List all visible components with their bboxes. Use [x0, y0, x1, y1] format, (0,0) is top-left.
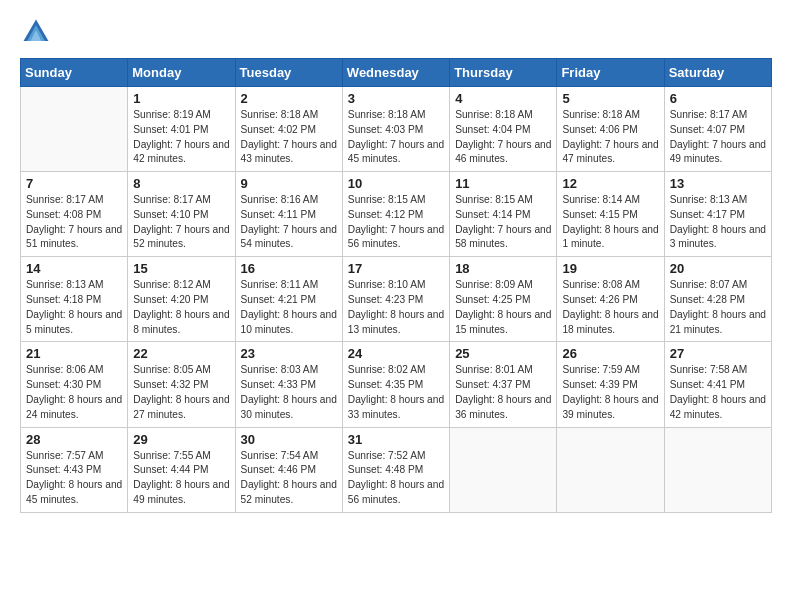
calendar-cell: 22Sunrise: 8:05 AMSunset: 4:32 PMDayligh…: [128, 342, 235, 427]
day-info: Sunrise: 7:57 AMSunset: 4:43 PMDaylight:…: [26, 449, 122, 508]
weekday-header: Thursday: [450, 59, 557, 87]
day-info: Sunrise: 8:19 AMSunset: 4:01 PMDaylight:…: [133, 108, 229, 167]
day-info: Sunrise: 8:12 AMSunset: 4:20 PMDaylight:…: [133, 278, 229, 337]
page: SundayMondayTuesdayWednesdayThursdayFrid…: [0, 0, 792, 612]
day-number: 12: [562, 176, 658, 191]
day-number: 5: [562, 91, 658, 106]
calendar-cell: 26Sunrise: 7:59 AMSunset: 4:39 PMDayligh…: [557, 342, 664, 427]
day-info: Sunrise: 8:16 AMSunset: 4:11 PMDaylight:…: [241, 193, 337, 252]
weekday-header: Sunday: [21, 59, 128, 87]
day-info: Sunrise: 8:09 AMSunset: 4:25 PMDaylight:…: [455, 278, 551, 337]
calendar-cell: [664, 427, 771, 512]
calendar-cell: [557, 427, 664, 512]
day-number: 2: [241, 91, 337, 106]
calendar-cell: 14Sunrise: 8:13 AMSunset: 4:18 PMDayligh…: [21, 257, 128, 342]
calendar-week-row: 1Sunrise: 8:19 AMSunset: 4:01 PMDaylight…: [21, 87, 772, 172]
day-number: 26: [562, 346, 658, 361]
calendar-cell: 24Sunrise: 8:02 AMSunset: 4:35 PMDayligh…: [342, 342, 449, 427]
day-number: 6: [670, 91, 766, 106]
day-number: 8: [133, 176, 229, 191]
calendar-week-row: 21Sunrise: 8:06 AMSunset: 4:30 PMDayligh…: [21, 342, 772, 427]
day-number: 7: [26, 176, 122, 191]
calendar-cell: 13Sunrise: 8:13 AMSunset: 4:17 PMDayligh…: [664, 172, 771, 257]
day-number: 17: [348, 261, 444, 276]
day-info: Sunrise: 7:52 AMSunset: 4:48 PMDaylight:…: [348, 449, 444, 508]
calendar-cell: 15Sunrise: 8:12 AMSunset: 4:20 PMDayligh…: [128, 257, 235, 342]
calendar-cell: 12Sunrise: 8:14 AMSunset: 4:15 PMDayligh…: [557, 172, 664, 257]
day-info: Sunrise: 8:17 AMSunset: 4:08 PMDaylight:…: [26, 193, 122, 252]
day-number: 21: [26, 346, 122, 361]
day-info: Sunrise: 8:03 AMSunset: 4:33 PMDaylight:…: [241, 363, 337, 422]
day-number: 25: [455, 346, 551, 361]
weekday-header: Saturday: [664, 59, 771, 87]
calendar-cell: 6Sunrise: 8:17 AMSunset: 4:07 PMDaylight…: [664, 87, 771, 172]
calendar-week-row: 14Sunrise: 8:13 AMSunset: 4:18 PMDayligh…: [21, 257, 772, 342]
calendar-week-row: 7Sunrise: 8:17 AMSunset: 4:08 PMDaylight…: [21, 172, 772, 257]
day-number: 24: [348, 346, 444, 361]
logo-icon: [20, 16, 52, 48]
calendar-cell: 28Sunrise: 7:57 AMSunset: 4:43 PMDayligh…: [21, 427, 128, 512]
day-number: 11: [455, 176, 551, 191]
calendar-cell: 9Sunrise: 8:16 AMSunset: 4:11 PMDaylight…: [235, 172, 342, 257]
day-number: 28: [26, 432, 122, 447]
calendar-week-row: 28Sunrise: 7:57 AMSunset: 4:43 PMDayligh…: [21, 427, 772, 512]
day-info: Sunrise: 8:13 AMSunset: 4:18 PMDaylight:…: [26, 278, 122, 337]
day-number: 10: [348, 176, 444, 191]
day-number: 16: [241, 261, 337, 276]
day-info: Sunrise: 8:18 AMSunset: 4:06 PMDaylight:…: [562, 108, 658, 167]
day-info: Sunrise: 8:14 AMSunset: 4:15 PMDaylight:…: [562, 193, 658, 252]
calendar-cell: 25Sunrise: 8:01 AMSunset: 4:37 PMDayligh…: [450, 342, 557, 427]
calendar-cell: 4Sunrise: 8:18 AMSunset: 4:04 PMDaylight…: [450, 87, 557, 172]
header: [20, 16, 772, 48]
day-number: 13: [670, 176, 766, 191]
day-number: 22: [133, 346, 229, 361]
calendar-cell: 10Sunrise: 8:15 AMSunset: 4:12 PMDayligh…: [342, 172, 449, 257]
calendar-header-row: SundayMondayTuesdayWednesdayThursdayFrid…: [21, 59, 772, 87]
calendar-cell: 20Sunrise: 8:07 AMSunset: 4:28 PMDayligh…: [664, 257, 771, 342]
day-info: Sunrise: 7:55 AMSunset: 4:44 PMDaylight:…: [133, 449, 229, 508]
day-info: Sunrise: 7:59 AMSunset: 4:39 PMDaylight:…: [562, 363, 658, 422]
day-info: Sunrise: 8:06 AMSunset: 4:30 PMDaylight:…: [26, 363, 122, 422]
day-number: 4: [455, 91, 551, 106]
calendar-cell: 7Sunrise: 8:17 AMSunset: 4:08 PMDaylight…: [21, 172, 128, 257]
day-info: Sunrise: 8:08 AMSunset: 4:26 PMDaylight:…: [562, 278, 658, 337]
day-info: Sunrise: 8:02 AMSunset: 4:35 PMDaylight:…: [348, 363, 444, 422]
calendar-cell: 1Sunrise: 8:19 AMSunset: 4:01 PMDaylight…: [128, 87, 235, 172]
calendar-cell: 31Sunrise: 7:52 AMSunset: 4:48 PMDayligh…: [342, 427, 449, 512]
calendar-table: SundayMondayTuesdayWednesdayThursdayFrid…: [20, 58, 772, 513]
calendar-cell: 21Sunrise: 8:06 AMSunset: 4:30 PMDayligh…: [21, 342, 128, 427]
day-number: 29: [133, 432, 229, 447]
day-info: Sunrise: 8:01 AMSunset: 4:37 PMDaylight:…: [455, 363, 551, 422]
calendar-cell: 19Sunrise: 8:08 AMSunset: 4:26 PMDayligh…: [557, 257, 664, 342]
day-info: Sunrise: 8:13 AMSunset: 4:17 PMDaylight:…: [670, 193, 766, 252]
day-number: 20: [670, 261, 766, 276]
day-info: Sunrise: 8:18 AMSunset: 4:03 PMDaylight:…: [348, 108, 444, 167]
calendar-cell: 18Sunrise: 8:09 AMSunset: 4:25 PMDayligh…: [450, 257, 557, 342]
day-number: 19: [562, 261, 658, 276]
day-number: 30: [241, 432, 337, 447]
day-info: Sunrise: 8:17 AMSunset: 4:07 PMDaylight:…: [670, 108, 766, 167]
calendar-cell: 5Sunrise: 8:18 AMSunset: 4:06 PMDaylight…: [557, 87, 664, 172]
calendar-cell: 3Sunrise: 8:18 AMSunset: 4:03 PMDaylight…: [342, 87, 449, 172]
calendar-cell: 8Sunrise: 8:17 AMSunset: 4:10 PMDaylight…: [128, 172, 235, 257]
weekday-header: Friday: [557, 59, 664, 87]
day-number: 23: [241, 346, 337, 361]
day-number: 31: [348, 432, 444, 447]
calendar-cell: 23Sunrise: 8:03 AMSunset: 4:33 PMDayligh…: [235, 342, 342, 427]
calendar-cell: 27Sunrise: 7:58 AMSunset: 4:41 PMDayligh…: [664, 342, 771, 427]
day-number: 14: [26, 261, 122, 276]
day-info: Sunrise: 7:54 AMSunset: 4:46 PMDaylight:…: [241, 449, 337, 508]
day-info: Sunrise: 8:11 AMSunset: 4:21 PMDaylight:…: [241, 278, 337, 337]
day-number: 15: [133, 261, 229, 276]
weekday-header: Wednesday: [342, 59, 449, 87]
calendar-cell: 29Sunrise: 7:55 AMSunset: 4:44 PMDayligh…: [128, 427, 235, 512]
calendar-cell: 2Sunrise: 8:18 AMSunset: 4:02 PMDaylight…: [235, 87, 342, 172]
day-number: 18: [455, 261, 551, 276]
day-info: Sunrise: 8:07 AMSunset: 4:28 PMDaylight:…: [670, 278, 766, 337]
day-number: 1: [133, 91, 229, 106]
day-info: Sunrise: 8:10 AMSunset: 4:23 PMDaylight:…: [348, 278, 444, 337]
day-number: 3: [348, 91, 444, 106]
logo: [20, 16, 56, 48]
calendar-cell: 16Sunrise: 8:11 AMSunset: 4:21 PMDayligh…: [235, 257, 342, 342]
calendar-cell: 30Sunrise: 7:54 AMSunset: 4:46 PMDayligh…: [235, 427, 342, 512]
